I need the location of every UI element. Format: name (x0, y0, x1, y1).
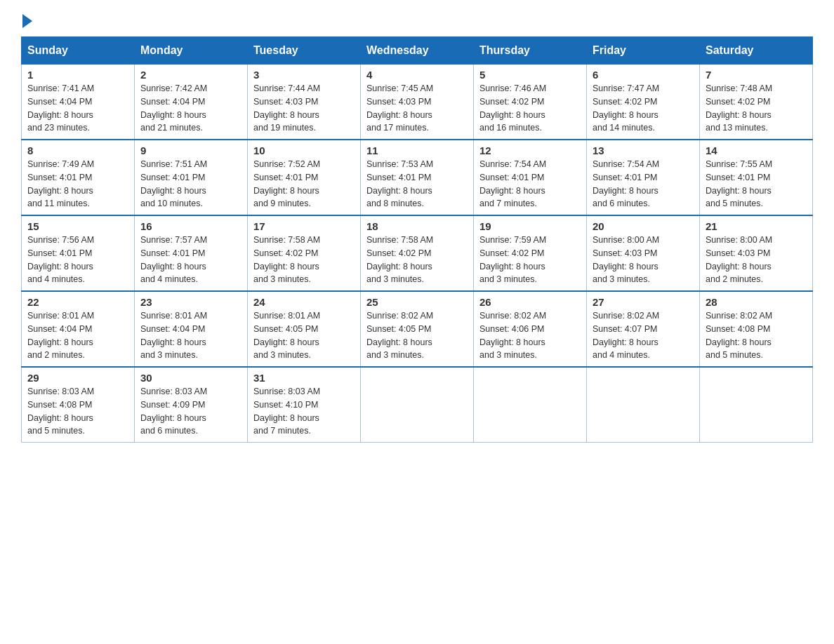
day-info: Sunrise: 7:46 AMSunset: 4:02 PMDaylight:… (479, 82, 581, 135)
logo-triangle-icon (22, 14, 32, 28)
day-number: 15 (27, 220, 128, 232)
calendar-day-cell: 18Sunrise: 7:58 AMSunset: 4:02 PMDayligh… (361, 215, 474, 291)
day-info: Sunrise: 7:42 AMSunset: 4:04 PMDaylight:… (140, 82, 241, 135)
calendar-day-cell: 29Sunrise: 8:03 AMSunset: 4:08 PMDayligh… (22, 367, 135, 443)
day-number: 3 (253, 69, 355, 81)
day-number: 1 (27, 69, 128, 81)
day-number: 30 (140, 372, 241, 384)
day-number: 8 (27, 145, 128, 156)
day-number: 9 (140, 145, 241, 156)
calendar-day-cell (474, 367, 587, 443)
day-info: Sunrise: 7:53 AMSunset: 4:01 PMDaylight:… (366, 158, 468, 210)
day-info: Sunrise: 8:03 AMSunset: 4:09 PMDaylight:… (140, 385, 241, 438)
day-number: 4 (366, 69, 468, 81)
day-info: Sunrise: 7:52 AMSunset: 4:01 PMDaylight:… (253, 158, 355, 210)
day-info: Sunrise: 8:02 AMSunset: 4:05 PMDaylight:… (366, 309, 468, 362)
calendar-day-cell: 10Sunrise: 7:52 AMSunset: 4:01 PMDayligh… (248, 140, 361, 215)
calendar-day-cell: 22Sunrise: 8:01 AMSunset: 4:04 PMDayligh… (22, 291, 135, 367)
calendar-day-cell (361, 367, 474, 443)
day-info: Sunrise: 8:01 AMSunset: 4:04 PMDaylight:… (140, 309, 241, 362)
calendar-week-row: 8Sunrise: 7:49 AMSunset: 4:01 PMDaylight… (22, 140, 813, 215)
calendar-table: SundayMondayTuesdayWednesdayThursdayFrid… (21, 36, 813, 443)
calendar-day-cell: 11Sunrise: 7:53 AMSunset: 4:01 PMDayligh… (361, 140, 474, 215)
day-info: Sunrise: 8:02 AMSunset: 4:06 PMDaylight:… (479, 309, 581, 362)
day-number: 2 (140, 69, 241, 81)
calendar-day-cell: 7Sunrise: 7:48 AMSunset: 4:02 PMDaylight… (700, 65, 813, 140)
calendar-day-cell: 20Sunrise: 8:00 AMSunset: 4:03 PMDayligh… (587, 215, 700, 291)
calendar-day-cell: 6Sunrise: 7:47 AMSunset: 4:02 PMDaylight… (587, 65, 700, 140)
calendar-day-cell: 14Sunrise: 7:55 AMSunset: 4:01 PMDayligh… (700, 140, 813, 215)
weekday-header-row: SundayMondayTuesdayWednesdayThursdayFrid… (22, 37, 813, 65)
calendar-day-cell: 12Sunrise: 7:54 AMSunset: 4:01 PMDayligh… (474, 140, 587, 215)
day-info: Sunrise: 7:54 AMSunset: 4:01 PMDaylight:… (593, 158, 694, 210)
weekday-header-sunday: Sunday (22, 37, 135, 65)
day-number: 27 (593, 296, 694, 308)
calendar-day-cell (587, 367, 700, 443)
day-info: Sunrise: 8:01 AMSunset: 4:04 PMDaylight:… (27, 309, 128, 362)
day-number: 29 (27, 372, 128, 384)
day-info: Sunrise: 7:49 AMSunset: 4:01 PMDaylight:… (27, 158, 128, 210)
weekday-header-wednesday: Wednesday (361, 37, 474, 65)
day-number: 24 (253, 296, 355, 308)
day-number: 16 (140, 220, 241, 232)
calendar-day-cell: 24Sunrise: 8:01 AMSunset: 4:05 PMDayligh… (248, 291, 361, 367)
weekday-header-monday: Monday (135, 37, 248, 65)
calendar-week-row: 29Sunrise: 8:03 AMSunset: 4:08 PMDayligh… (22, 367, 813, 443)
day-number: 25 (366, 296, 468, 308)
day-info: Sunrise: 7:44 AMSunset: 4:03 PMDaylight:… (253, 82, 355, 135)
day-number: 6 (593, 69, 694, 81)
calendar-day-cell: 28Sunrise: 8:02 AMSunset: 4:08 PMDayligh… (700, 291, 813, 367)
calendar-week-row: 1Sunrise: 7:41 AMSunset: 4:04 PMDaylight… (22, 65, 813, 140)
calendar-day-cell: 9Sunrise: 7:51 AMSunset: 4:01 PMDaylight… (135, 140, 248, 215)
calendar-day-cell: 2Sunrise: 7:42 AMSunset: 4:04 PMDaylight… (135, 65, 248, 140)
day-number: 19 (479, 220, 581, 232)
day-info: Sunrise: 7:41 AMSunset: 4:04 PMDaylight:… (27, 82, 128, 135)
calendar-day-cell: 23Sunrise: 8:01 AMSunset: 4:04 PMDayligh… (135, 291, 248, 367)
calendar-day-cell: 16Sunrise: 7:57 AMSunset: 4:01 PMDayligh… (135, 215, 248, 291)
day-info: Sunrise: 7:55 AMSunset: 4:01 PMDaylight:… (706, 158, 807, 210)
calendar-day-cell: 30Sunrise: 8:03 AMSunset: 4:09 PMDayligh… (135, 367, 248, 443)
day-info: Sunrise: 7:58 AMSunset: 4:02 PMDaylight:… (366, 234, 468, 286)
day-info: Sunrise: 8:00 AMSunset: 4:03 PMDaylight:… (706, 234, 807, 286)
calendar-day-cell: 27Sunrise: 8:02 AMSunset: 4:07 PMDayligh… (587, 291, 700, 367)
weekday-header-friday: Friday (587, 37, 700, 65)
day-info: Sunrise: 7:54 AMSunset: 4:01 PMDaylight:… (479, 158, 581, 210)
calendar-day-cell: 19Sunrise: 7:59 AMSunset: 4:02 PMDayligh… (474, 215, 587, 291)
day-info: Sunrise: 7:48 AMSunset: 4:02 PMDaylight:… (706, 82, 807, 135)
calendar-day-cell: 13Sunrise: 7:54 AMSunset: 4:01 PMDayligh… (587, 140, 700, 215)
day-info: Sunrise: 7:51 AMSunset: 4:01 PMDaylight:… (140, 158, 241, 210)
day-number: 13 (593, 145, 694, 156)
day-number: 17 (253, 220, 355, 232)
day-info: Sunrise: 7:47 AMSunset: 4:02 PMDaylight:… (593, 82, 694, 135)
day-number: 26 (479, 296, 581, 308)
day-number: 11 (366, 145, 468, 156)
day-number: 7 (706, 69, 807, 81)
calendar-day-cell: 5Sunrise: 7:46 AMSunset: 4:02 PMDaylight… (474, 65, 587, 140)
calendar-day-cell: 25Sunrise: 8:02 AMSunset: 4:05 PMDayligh… (361, 291, 474, 367)
day-number: 20 (593, 220, 694, 232)
day-info: Sunrise: 8:02 AMSunset: 4:07 PMDaylight:… (593, 309, 694, 362)
calendar-day-cell: 3Sunrise: 7:44 AMSunset: 4:03 PMDaylight… (248, 65, 361, 140)
weekday-header-tuesday: Tuesday (248, 37, 361, 65)
day-info: Sunrise: 8:03 AMSunset: 4:08 PMDaylight:… (27, 385, 128, 438)
calendar-day-cell: 15Sunrise: 7:56 AMSunset: 4:01 PMDayligh… (22, 215, 135, 291)
day-number: 5 (479, 69, 581, 81)
day-number: 23 (140, 296, 241, 308)
day-number: 12 (479, 145, 581, 156)
calendar-week-row: 15Sunrise: 7:56 AMSunset: 4:01 PMDayligh… (22, 215, 813, 291)
day-info: Sunrise: 8:01 AMSunset: 4:05 PMDaylight:… (253, 309, 355, 362)
day-number: 22 (27, 296, 128, 308)
day-info: Sunrise: 7:45 AMSunset: 4:03 PMDaylight:… (366, 82, 468, 135)
logo (21, 14, 34, 25)
day-number: 31 (253, 372, 355, 384)
day-number: 18 (366, 220, 468, 232)
weekday-header-thursday: Thursday (474, 37, 587, 65)
day-info: Sunrise: 7:58 AMSunset: 4:02 PMDaylight:… (253, 234, 355, 286)
page-header (21, 14, 813, 25)
weekday-header-saturday: Saturday (700, 37, 813, 65)
calendar-day-cell: 8Sunrise: 7:49 AMSunset: 4:01 PMDaylight… (22, 140, 135, 215)
calendar-day-cell: 31Sunrise: 8:03 AMSunset: 4:10 PMDayligh… (248, 367, 361, 443)
day-info: Sunrise: 7:59 AMSunset: 4:02 PMDaylight:… (479, 234, 581, 286)
day-number: 21 (706, 220, 807, 232)
calendar-day-cell: 21Sunrise: 8:00 AMSunset: 4:03 PMDayligh… (700, 215, 813, 291)
